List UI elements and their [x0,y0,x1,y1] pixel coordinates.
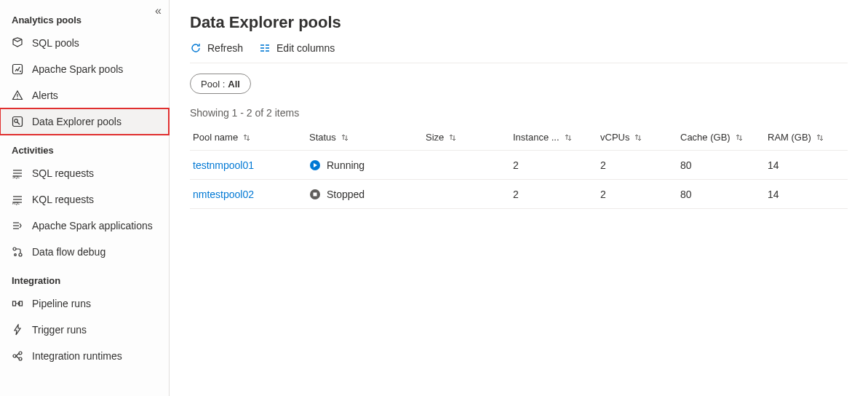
column-header-ram-gb-[interactable]: RAM (GB) [765,124,845,150]
sort-icon [634,133,642,142]
sidebar-item-kql-requests[interactable]: KQL requests [0,186,169,213]
column-header-label: Instance ... [513,132,560,143]
sidebar-sections: Analytics poolsSQL poolsApache Spark poo… [0,4,169,369]
column-header-label: Size [426,132,444,143]
table-body: testnmpool01Running228014nmtestpool02Sto… [190,151,848,209]
sidebar-item-label: Trigger runs [32,324,87,336]
sidebar-item-data-flow-debug[interactable]: Data flow debug [0,239,169,265]
column-header-instance-[interactable]: Instance ... [510,124,597,150]
column-header-label: Pool name [193,132,238,143]
column-header-cache-gb-[interactable]: Cache (GB) [677,124,765,150]
column-header-label: RAM (GB) [768,132,811,143]
sidebar-item-label: Alerts [32,90,58,101]
column-header-pool-name[interactable]: Pool name [190,124,306,150]
spark-apps-icon [12,220,23,231]
pools-table: Pool nameStatusSizeInstance ...vCPUsCach… [190,124,848,209]
sidebar-section-header: Activities [0,135,169,160]
pipeline-runs-icon [12,298,23,309]
status-cell: Running [306,159,423,171]
pool-name-link[interactable]: testnmpool01 [190,159,306,171]
sidebar-item-label: Apache Spark applications [32,220,153,231]
sql-requests-icon [12,167,23,179]
result-count: Showing 1 - 2 of 2 items [190,107,848,119]
column-header-status[interactable]: Status [306,124,423,150]
instances-cell: 2 [510,189,597,200]
sort-icon [564,133,573,142]
sidebar-item-label: SQL pools [32,37,79,49]
sort-icon [816,133,824,142]
sidebar-item-label: KQL requests [32,194,94,205]
running-icon [309,159,321,171]
filter-label: Pool : [201,79,225,90]
column-header-vcpus[interactable]: vCPUs [597,124,677,150]
table-row: nmtestpool02Stopped228014 [190,180,848,209]
kql-requests-icon [12,194,23,205]
cache-cell: 80 [677,189,765,200]
edit-columns-icon [259,42,271,54]
integration-runtimes-icon [12,350,23,362]
refresh-icon [190,42,202,54]
sidebar-item-data-explorer-pools[interactable]: Data Explorer pools [0,108,169,135]
column-header-label: Status [309,132,336,143]
cache-cell: 80 [677,159,765,171]
main-content: Data Explorer pools Refresh Edit columns… [170,0,868,396]
vcpus-cell: 2 [597,159,677,171]
status-text: Running [327,159,365,171]
sort-icon [341,133,349,142]
sidebar: « Analytics poolsSQL poolsApache Spark p… [0,0,170,396]
status-cell: Stopped [306,189,423,200]
sidebar-item-apache-spark-pools[interactable]: Apache Spark pools [0,56,169,82]
sidebar-item-label: Data flow debug [32,246,105,258]
sort-icon [448,133,457,142]
refresh-label: Refresh [207,42,243,54]
filter-value: All [228,79,240,90]
table-header: Pool nameStatusSizeInstance ...vCPUsCach… [190,124,848,151]
column-header-size[interactable]: Size [423,124,510,150]
sidebar-item-label: Pipeline runs [32,298,91,309]
stopped-icon [309,189,321,200]
sidebar-item-integration-runtimes[interactable]: Integration runtimes [0,343,169,369]
collapse-sidebar-button[interactable]: « [155,4,162,17]
trigger-runs-icon [12,324,23,336]
sidebar-item-pipeline-runs[interactable]: Pipeline runs [0,290,169,317]
data-explorer-pools-icon [12,116,23,127]
sidebar-item-label: Apache Spark pools [32,63,123,75]
edit-columns-label: Edit columns [276,42,335,54]
sidebar-item-label: Integration runtimes [32,350,122,362]
filter-pool-pill[interactable]: Pool : All [190,74,251,94]
vcpus-cell: 2 [597,189,677,200]
ram-cell: 14 [765,189,845,200]
sidebar-item-sql-pools[interactable]: SQL pools [0,30,169,56]
sort-icon [242,133,251,142]
page-title: Data Explorer pools [190,13,848,32]
column-header-label: vCPUs [600,132,629,143]
refresh-button[interactable]: Refresh [190,42,243,54]
ram-cell: 14 [765,159,845,171]
table-row: testnmpool01Running228014 [190,151,848,180]
column-header-label: Cache (GB) [680,132,730,143]
instances-cell: 2 [510,159,597,171]
sidebar-item-trigger-runs[interactable]: Trigger runs [0,317,169,343]
sidebar-item-apache-spark-applications[interactable]: Apache Spark applications [0,213,169,239]
alerts-icon [12,90,23,101]
sidebar-item-label: SQL requests [32,167,94,179]
sidebar-item-sql-requests[interactable]: SQL requests [0,160,169,186]
sidebar-section-header: Analytics pools [0,4,169,30]
toolbar: Refresh Edit columns [190,42,848,63]
sql-pools-icon [12,37,23,49]
sidebar-section-header: Integration [0,265,169,290]
sidebar-item-label: Data Explorer pools [32,116,122,127]
data-flow-debug-icon [12,246,23,258]
sidebar-item-alerts[interactable]: Alerts [0,82,169,108]
status-text: Stopped [327,189,365,200]
pool-name-link[interactable]: nmtestpool02 [190,189,306,200]
spark-pools-icon [12,63,23,75]
edit-columns-button[interactable]: Edit columns [259,42,335,54]
sort-icon [735,133,744,142]
